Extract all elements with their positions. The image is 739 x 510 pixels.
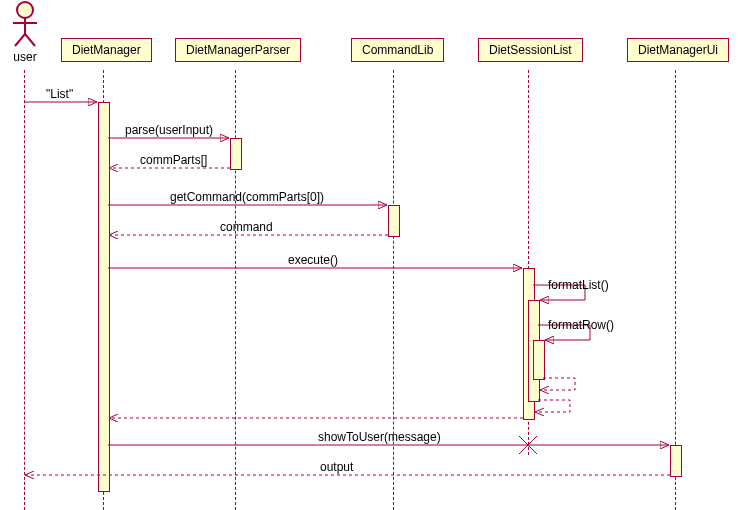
svg-line-4 [25, 34, 35, 46]
lifeline-commandlib [393, 70, 394, 510]
lifeline-dietmanagerparser [235, 70, 236, 510]
actor-user: user [8, 1, 42, 64]
participant-label: CommandLib [362, 43, 433, 57]
participant-label: DietManager [72, 43, 141, 57]
message-parse: parse(userInput) [125, 123, 213, 137]
sequence-diagram: user DietManager DietManagerParser Comma… [0, 0, 739, 510]
svg-line-3 [15, 34, 25, 46]
message-getcommand: getCommand(commParts[0]) [170, 190, 324, 204]
lifeline-dietmanagerui [675, 70, 676, 510]
activation-commandlib [388, 205, 400, 237]
message-showtouser: showToUser(message) [318, 430, 441, 444]
activation-dietmanager [98, 102, 110, 492]
message-formatlist: formatList() [548, 278, 609, 292]
participant-label: DietSessionList [489, 43, 572, 57]
svg-point-0 [17, 2, 33, 18]
participant-dietmanagerui: DietManagerUi [627, 38, 729, 62]
participant-dietmanagerparser: DietManagerParser [175, 38, 301, 62]
message-output: output [320, 460, 353, 474]
message-list: "List" [46, 87, 73, 101]
activation-dietmanagerparser [230, 138, 242, 170]
participant-label: DietManagerUi [638, 43, 718, 57]
message-commparts: commParts[] [140, 153, 207, 167]
participant-label: DietManagerParser [186, 43, 290, 57]
message-command: command [220, 220, 273, 234]
lifeline-user [24, 70, 25, 510]
activation-dietmanagerui [670, 445, 682, 477]
message-execute: execute() [288, 253, 338, 267]
message-formatrow: formatRow() [548, 318, 614, 332]
participant-dietsessionlist: DietSessionList [478, 38, 583, 62]
activation-dietsessionlist-nested2 [533, 340, 545, 380]
actor-label: user [8, 50, 42, 64]
participant-dietmanager: DietManager [61, 38, 152, 62]
participant-commandlib: CommandLib [351, 38, 444, 62]
